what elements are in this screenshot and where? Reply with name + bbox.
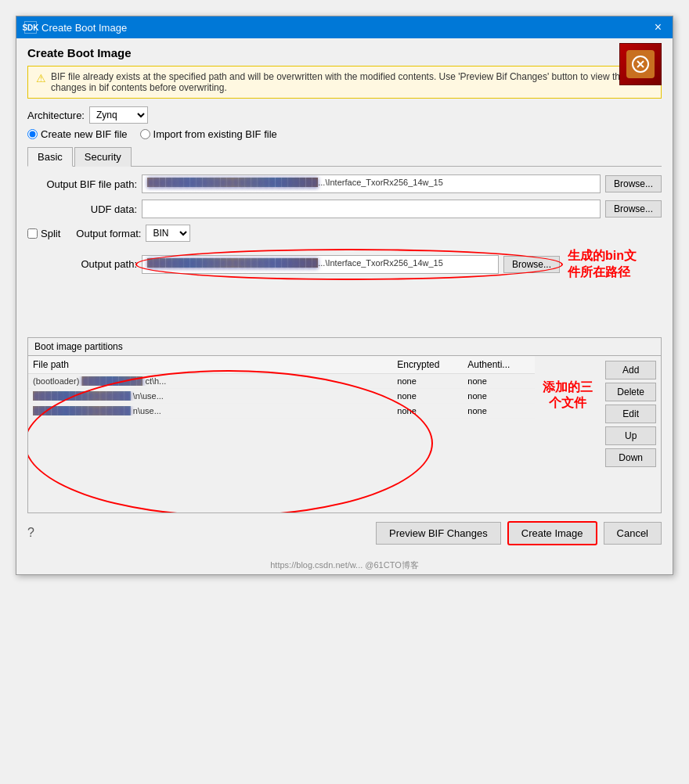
create-new-radio-option[interactable]: Create new BIF file [27,128,128,140]
col-filepath: File path [33,359,397,370]
warning-box: ⚠ BIF file already exists at the specifi… [27,66,662,99]
logo-inner [626,50,655,78]
row1-authenti: none [467,376,530,386]
bif-mode-group: Create new BIF file Import from existing… [27,128,662,140]
up-button[interactable]: Up [605,426,656,445]
udf-browse-button[interactable]: Browse... [605,200,662,218]
row1-encrypted: none [397,376,467,386]
col-authenti: Authenti... [467,359,530,370]
output-path-row-inner: Output path: ███████████████████████████… [27,255,560,274]
main-window: SDK Create Boot Image × Create Boot Imag… [16,16,673,575]
cancel-button[interactable]: Cancel [604,522,662,545]
table-header: File path Encrypted Authenti... [28,356,535,374]
tab-basic[interactable]: Basic [27,147,73,167]
table-empty-space [28,419,535,512]
table-row[interactable]: ████████████████ \n\use... none none [28,389,535,404]
row3-authenti: none [467,406,530,415]
title-bar: SDK Create Boot Image × [16,16,673,38]
tab-basic-label: Basic [38,151,63,163]
tab-bar: Basic Security [27,146,662,167]
row1-filepath: (bootloader) ██████████ ct\h... [33,376,397,386]
import-label: Import from existing BIF file [153,128,277,140]
row2-authenti: none [467,391,530,401]
split-label: Split [41,228,60,239]
create-new-label: Create new BIF file [41,128,128,140]
import-radio[interactable] [140,129,150,139]
dialog-content: Create Boot Image ⚠ BIF file already exi… [16,38,673,556]
watermark: https://blog.csdn.net/w... @61CTO博客 [16,559,673,574]
partitions-annotation: 添加的三个文件 [543,379,593,412]
table-row[interactable]: (bootloader) ██████████ ct\h... none non… [28,374,535,389]
import-radio-option[interactable]: Import from existing BIF file [140,128,277,140]
options-row: Split Output format: BIN MCS HEX [27,225,662,242]
window-title: Create Boot Image [41,22,127,34]
partitions-section: Boot image partitions File path Encrypte… [27,337,662,513]
page-title: Create Boot Image [27,46,662,59]
create-new-radio[interactable] [27,129,38,139]
split-checkbox[interactable] [27,228,38,239]
output-path-area: Output path: ███████████████████████████… [27,248,662,281]
partitions-label: Boot image partitions [28,338,661,356]
output-bif-suffix: ...\Interface_TxorRx256_14w_15 [318,178,443,187]
row2-encrypted: none [397,391,467,401]
table-rows-container: (bootloader) ██████████ ct\h... none non… [28,374,535,512]
edit-button[interactable]: Edit [605,405,656,423]
title-bar-left: SDK Create Boot Image [24,21,127,34]
output-path-blurred: ████████████████████████████ [147,258,318,268]
split-checkbox-row: Split [27,228,60,239]
table-row[interactable]: ████████████████ n\use... none none [28,404,535,419]
output-path-suffix: ...\Interface_TxorRx256_14w_15 [318,258,443,268]
udf-row: UDF data: Browse... [27,200,662,218]
close-button[interactable]: × [651,21,665,34]
warning-icon: ⚠ [36,72,46,85]
create-image-button[interactable]: Create Image [507,521,597,545]
preview-bif-button[interactable]: Preview BIF Changes [376,522,501,545]
udf-label: UDF data: [27,203,137,215]
table-action-buttons: Add Delete Edit Up Down [601,356,661,512]
output-bif-browse-button[interactable]: Browse... [605,175,662,192]
header-area: Create Boot Image [27,46,662,59]
warning-message: BIF file already exists at the specified… [51,71,653,93]
tab-security-label: Security [85,151,121,163]
architecture-label: Architecture: [27,110,85,121]
output-path-ellipse-container: ████████████████████████████...\Interfac… [142,255,499,274]
logo-box [619,43,662,85]
col-encrypted: Encrypted [397,359,467,370]
delete-button[interactable]: Delete [605,383,656,401]
output-format-label: Output format: [76,228,141,239]
table-annotation-area: 添加的三个文件 [535,356,601,512]
output-bif-label: Output BIF file path: [27,178,137,190]
output-bif-row: Output BIF file path: ██████████████████… [27,174,662,193]
partitions-table-area: File path Encrypted Authenti... (bootloa… [28,356,535,512]
down-button[interactable]: Down [605,448,656,467]
logo-icon [629,53,651,75]
output-bif-blurred: ████████████████████████████ [147,178,318,187]
output-path-annotation: 生成的bin文件所在路径 [568,248,662,281]
output-bif-input[interactable]: ████████████████████████████...\Interfac… [142,174,601,193]
sdk-icon: SDK [24,21,37,34]
row3-filepath: ████████████████ n\use... [33,406,397,415]
partitions-body: File path Encrypted Authenti... (bootloa… [28,356,661,512]
row3-encrypted: none [397,406,467,415]
row2-filepath: ████████████████ \n\use... [33,391,397,401]
udf-input[interactable] [142,200,601,218]
architecture-select[interactable]: Zynq ZynqMP Versal [89,106,148,124]
output-format-select[interactable]: BIN MCS HEX [146,225,190,242]
help-icon[interactable]: ? [27,526,34,540]
output-format-group: Output format: BIN MCS HEX [76,225,190,242]
tab-security[interactable]: Security [74,147,132,167]
output-path-input[interactable]: ████████████████████████████...\Interfac… [142,255,499,274]
add-button[interactable]: Add [605,361,656,379]
output-path-label: Output path: [27,258,137,270]
spacer [27,287,662,334]
output-path-browse-button[interactable]: Browse... [503,256,560,273]
architecture-row: Architecture: Zynq ZynqMP Versal [27,106,662,124]
bottom-buttons-area: ? Preview BIF Changes Create Image Cance… [27,513,662,548]
